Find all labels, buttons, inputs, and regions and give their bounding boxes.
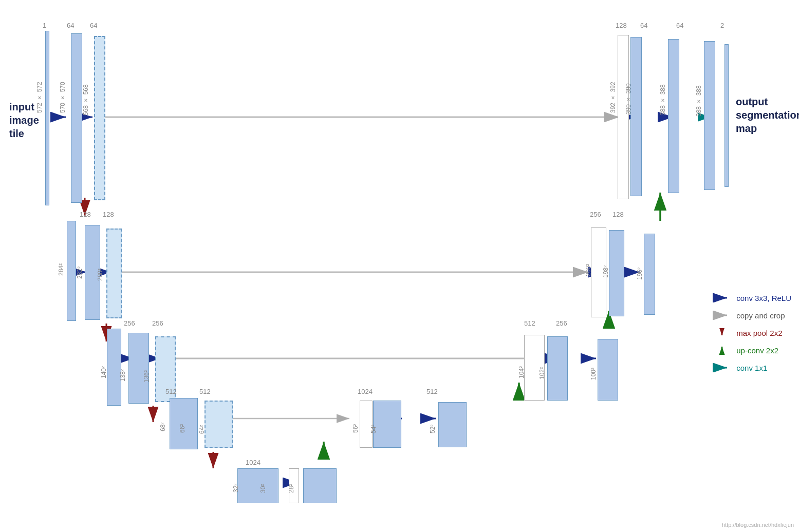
label-row4-size3: 64² xyxy=(198,417,206,442)
fmap-enc4-2 xyxy=(205,401,233,448)
fmap-input-1 xyxy=(45,31,49,205)
legend-conv-label: conv 3x3, ReLU xyxy=(736,294,791,302)
legend-conv1x1-label: conv 1x1 xyxy=(736,364,767,372)
legend-conv1x1-arrow xyxy=(713,363,731,373)
legend-copy-label: copy and crop xyxy=(736,311,785,320)
label-row3-ch3: 256 xyxy=(152,319,163,327)
label-rdec2-size2: 198² xyxy=(602,251,609,293)
label-row4-ch2: 512 xyxy=(199,388,211,395)
label-rdec4-size1: 56² xyxy=(352,416,359,441)
label-rdec4-ch1: 1024 xyxy=(358,388,373,395)
legend-conv: conv 3x3, ReLU xyxy=(713,293,791,303)
fmap-dec3-2 xyxy=(547,336,568,401)
legend-upconv-arrow xyxy=(713,345,731,355)
fmap-bot-3 xyxy=(303,468,337,503)
label-rdec1-size4: 388 × 388 xyxy=(695,76,702,126)
label-rdec2-size3: 196² xyxy=(636,254,643,293)
label-rdec3-size1: 104² xyxy=(518,357,525,388)
output-label: outputsegmentationmap xyxy=(736,95,799,135)
label-row2-size1: 284² xyxy=(58,246,65,293)
legend-maxpool-arrow xyxy=(713,328,731,338)
legend-copy-arrow xyxy=(713,310,731,320)
fmap-enc2-1 xyxy=(67,221,76,321)
legend-copy: copy and crop xyxy=(713,310,791,320)
label-row3-size1: 140² xyxy=(100,354,107,390)
label-row3-size3: 136² xyxy=(143,361,150,392)
label-rdec3-ch1: 512 xyxy=(524,319,535,327)
label-bot-ch1: 1024 xyxy=(246,459,261,466)
label-row3-size2: 138² xyxy=(119,358,126,392)
fmap-enc2-3 xyxy=(106,229,122,318)
label-row4-size2: 66² xyxy=(179,416,186,441)
fmap-bot-1 xyxy=(237,468,278,503)
label-rdec2-ch1: 256 xyxy=(590,211,601,218)
label-bot-size1: 32² xyxy=(232,478,239,498)
legend-upconv-label: up-conv 2x2 xyxy=(736,346,778,355)
legend: conv 3x3, ReLU copy and crop max pool 2x… xyxy=(713,293,791,380)
input-label: inputimagetile xyxy=(9,100,39,140)
fmap-dec4-2 xyxy=(373,401,401,448)
fmap-dec4-3 xyxy=(438,402,467,447)
legend-maxpool: max pool 2x2 xyxy=(713,328,791,338)
label-row3-ch2: 256 xyxy=(124,319,135,327)
label-rdec1-size3: 388 × 388 xyxy=(659,74,666,126)
label-row2-ch3: 128 xyxy=(103,211,114,218)
label-rdec1-ch1: 128 xyxy=(616,22,627,29)
label-rdec2-size1: 200² xyxy=(585,248,592,293)
label-rdec4-size3: 52² xyxy=(429,417,436,441)
label-row1-size2: 570 × 570 xyxy=(59,69,66,126)
label-rdec1-ch3: 64 xyxy=(676,22,683,29)
label-bot-size2: 30² xyxy=(259,479,267,498)
legend-conv-arrow xyxy=(713,293,731,303)
fmap-dec2-3 xyxy=(644,234,655,315)
fmap-dec1-3 xyxy=(668,39,679,193)
label-row1-ch1: 1 xyxy=(43,22,46,29)
label-rdec4-size2: 54² xyxy=(370,417,377,441)
label-bot-size3: 28² xyxy=(288,479,295,498)
fmap-dec1-4 xyxy=(704,41,715,190)
legend-upconv: up-conv 2x2 xyxy=(713,345,791,355)
label-rdec2-ch2: 128 xyxy=(612,211,624,218)
fmap-dec2-2 xyxy=(609,230,624,316)
fmap-dec1-5 xyxy=(724,44,729,187)
label-row2-size3: 280² xyxy=(97,254,104,295)
label-rdec1-ch2: 64 xyxy=(640,22,647,29)
fmap-dec1-2 xyxy=(630,37,642,196)
legend-conv1x1: conv 1x1 xyxy=(713,363,791,373)
diagram-container: 1 64 64 572 × 572 570 × 570 568 × 568 12… xyxy=(0,0,799,532)
label-row4-size1: 68² xyxy=(159,414,166,440)
label-rdec1-ch4: 2 xyxy=(720,22,724,29)
label-row1-size3: 568 × 568 xyxy=(82,72,89,128)
label-rdec3-size2: 102² xyxy=(538,358,546,388)
label-row2-ch2: 128 xyxy=(80,211,91,218)
label-row1-ch2: 64 xyxy=(67,22,74,29)
label-rdec3-ch2: 256 xyxy=(556,319,567,327)
fmap-dec3-3 xyxy=(598,339,618,401)
label-rdec4-ch2: 512 xyxy=(426,388,438,395)
watermark: http://blog.csdn.net/hdxfiejun xyxy=(722,522,794,528)
label-row1-ch3: 64 xyxy=(90,22,97,29)
label-row2-size2: 282² xyxy=(76,251,83,294)
label-rdec1-size2: 390 × 390 xyxy=(625,72,632,126)
fmap-enc1-2 xyxy=(94,36,105,200)
fmap-enc1-1 xyxy=(71,33,82,203)
legend-maxpool-label: max pool 2x2 xyxy=(736,329,782,337)
label-row4-ch1: 512 xyxy=(165,388,177,395)
label-rdec3-size3: 100² xyxy=(590,359,597,388)
label-rdec1-size1: 392 × 392 xyxy=(609,69,617,126)
